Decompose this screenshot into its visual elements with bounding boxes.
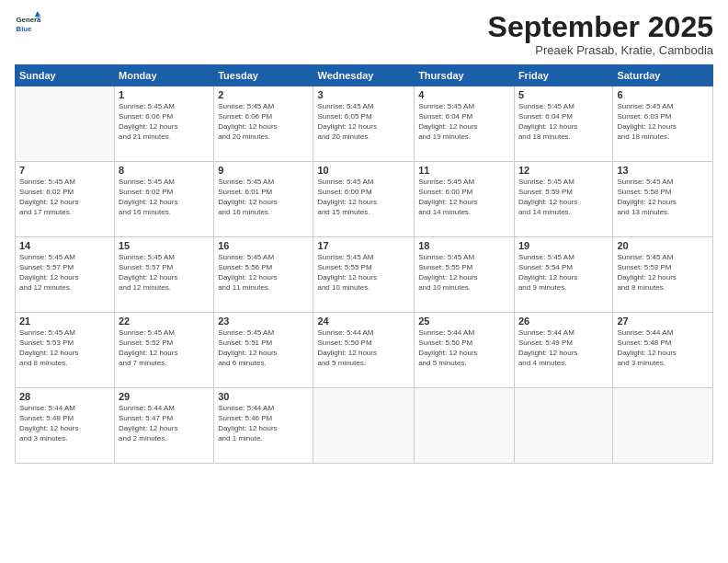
calendar-cell: 4Sunrise: 5:45 AM Sunset: 6:04 PM Daylig…: [415, 86, 515, 162]
calendar-cell: 5Sunrise: 5:45 AM Sunset: 6:04 PM Daylig…: [514, 86, 612, 162]
calendar-cell: [415, 388, 515, 464]
header-wednesday: Wednesday: [313, 65, 415, 86]
calendar-cell: 18Sunrise: 5:45 AM Sunset: 5:55 PM Dayli…: [415, 237, 515, 313]
calendar-cell: 10Sunrise: 5:45 AM Sunset: 6:00 PM Dayli…: [313, 162, 415, 237]
day-info: Sunrise: 5:45 AM Sunset: 6:02 PM Dayligh…: [119, 178, 210, 217]
day-number: 10: [317, 165, 410, 176]
calendar-cell: 20Sunrise: 5:45 AM Sunset: 5:53 PM Dayli…: [613, 237, 713, 313]
day-info: Sunrise: 5:44 AM Sunset: 5:48 PM Dayligh…: [19, 404, 110, 443]
day-number: 27: [617, 316, 709, 327]
calendar-cell: 19Sunrise: 5:45 AM Sunset: 5:54 PM Dayli…: [514, 237, 612, 313]
calendar-cell: 8Sunrise: 5:45 AM Sunset: 6:02 PM Daylig…: [115, 162, 214, 237]
day-number: 22: [119, 316, 210, 327]
svg-text:Blue: Blue: [17, 25, 33, 33]
day-number: 23: [218, 316, 309, 327]
day-info: Sunrise: 5:44 AM Sunset: 5:48 PM Dayligh…: [617, 328, 709, 368]
day-info: Sunrise: 5:45 AM Sunset: 6:04 PM Dayligh…: [518, 102, 609, 142]
day-info: Sunrise: 5:45 AM Sunset: 5:54 PM Dayligh…: [518, 253, 609, 293]
week-row-4: 21Sunrise: 5:45 AM Sunset: 5:53 PM Dayli…: [16, 313, 713, 388]
logo-icon: General Blue: [15, 11, 40, 37]
calendar-cell: 24Sunrise: 5:44 AM Sunset: 5:50 PM Dayli…: [313, 313, 415, 388]
day-number: 5: [518, 89, 609, 100]
day-number: 14: [19, 240, 110, 251]
header-saturday: Saturday: [613, 65, 713, 86]
calendar-cell: 29Sunrise: 5:44 AM Sunset: 5:47 PM Dayli…: [115, 388, 214, 464]
header-sunday: Sunday: [16, 65, 115, 86]
day-info: Sunrise: 5:45 AM Sunset: 5:53 PM Dayligh…: [617, 253, 709, 293]
day-info: Sunrise: 5:45 AM Sunset: 6:02 PM Dayligh…: [19, 178, 110, 217]
calendar-cell: 30Sunrise: 5:44 AM Sunset: 5:46 PM Dayli…: [214, 388, 313, 464]
calendar-cell: 13Sunrise: 5:45 AM Sunset: 5:58 PM Dayli…: [613, 162, 713, 237]
calendar-cell: 2Sunrise: 5:45 AM Sunset: 6:06 PM Daylig…: [214, 86, 313, 162]
day-info: Sunrise: 5:44 AM Sunset: 5:47 PM Dayligh…: [119, 404, 210, 443]
calendar-cell: 27Sunrise: 5:44 AM Sunset: 5:48 PM Dayli…: [613, 313, 713, 388]
day-info: Sunrise: 5:45 AM Sunset: 5:58 PM Dayligh…: [617, 178, 709, 217]
calendar-cell: 21Sunrise: 5:45 AM Sunset: 5:53 PM Dayli…: [16, 313, 115, 388]
logo: General Blue: [15, 11, 40, 37]
day-info: Sunrise: 5:45 AM Sunset: 5:56 PM Dayligh…: [218, 253, 309, 293]
month-title: September 2025: [488, 11, 713, 43]
header-friday: Friday: [514, 65, 612, 86]
day-number: 8: [119, 165, 210, 176]
calendar-cell: 12Sunrise: 5:45 AM Sunset: 5:59 PM Dayli…: [514, 162, 612, 237]
calendar-cell: [16, 86, 115, 162]
calendar-header: SundayMondayTuesdayWednesdayThursdayFrid…: [16, 65, 713, 86]
day-info: Sunrise: 5:44 AM Sunset: 5:50 PM Dayligh…: [317, 328, 410, 368]
calendar-cell: 11Sunrise: 5:45 AM Sunset: 6:00 PM Dayli…: [415, 162, 515, 237]
day-info: Sunrise: 5:45 AM Sunset: 6:03 PM Dayligh…: [617, 102, 709, 142]
day-info: Sunrise: 5:45 AM Sunset: 5:59 PM Dayligh…: [518, 178, 609, 217]
day-number: 28: [19, 391, 110, 402]
svg-text:General: General: [17, 16, 40, 24]
day-number: 25: [418, 316, 510, 327]
header-thursday: Thursday: [415, 65, 515, 86]
calendar-cell: [514, 388, 612, 464]
day-number: 7: [19, 165, 110, 176]
day-number: 24: [317, 316, 410, 327]
calendar-cell: 26Sunrise: 5:44 AM Sunset: 5:49 PM Dayli…: [514, 313, 612, 388]
calendar-cell: [313, 388, 415, 464]
day-number: 21: [19, 316, 110, 327]
week-row-5: 28Sunrise: 5:44 AM Sunset: 5:48 PM Dayli…: [16, 388, 713, 464]
calendar-cell: 1Sunrise: 5:45 AM Sunset: 6:06 PM Daylig…: [115, 86, 214, 162]
week-row-2: 7Sunrise: 5:45 AM Sunset: 6:02 PM Daylig…: [16, 162, 713, 237]
calendar-cell: 15Sunrise: 5:45 AM Sunset: 5:57 PM Dayli…: [115, 237, 214, 313]
day-number: 29: [119, 391, 210, 402]
week-row-1: 1Sunrise: 5:45 AM Sunset: 6:06 PM Daylig…: [16, 86, 713, 162]
calendar-cell: 16Sunrise: 5:45 AM Sunset: 5:56 PM Dayli…: [214, 237, 313, 313]
day-info: Sunrise: 5:45 AM Sunset: 5:52 PM Dayligh…: [119, 328, 210, 368]
day-info: Sunrise: 5:45 AM Sunset: 5:57 PM Dayligh…: [119, 253, 210, 293]
calendar-cell: 7Sunrise: 5:45 AM Sunset: 6:02 PM Daylig…: [16, 162, 115, 237]
header-tuesday: Tuesday: [214, 65, 313, 86]
day-info: Sunrise: 5:45 AM Sunset: 6:05 PM Dayligh…: [317, 102, 410, 142]
day-number: 13: [617, 165, 709, 176]
day-number: 30: [218, 391, 309, 402]
day-info: Sunrise: 5:45 AM Sunset: 6:06 PM Dayligh…: [119, 102, 210, 142]
day-number: 20: [617, 240, 709, 251]
calendar-cell: 6Sunrise: 5:45 AM Sunset: 6:03 PM Daylig…: [613, 86, 713, 162]
calendar: SundayMondayTuesdayWednesdayThursdayFrid…: [15, 64, 713, 464]
day-info: Sunrise: 5:45 AM Sunset: 6:04 PM Dayligh…: [418, 102, 510, 142]
day-info: Sunrise: 5:45 AM Sunset: 5:55 PM Dayligh…: [418, 253, 510, 293]
day-info: Sunrise: 5:45 AM Sunset: 6:01 PM Dayligh…: [218, 178, 309, 217]
calendar-cell: 25Sunrise: 5:44 AM Sunset: 5:50 PM Dayli…: [415, 313, 515, 388]
calendar-cell: [613, 388, 713, 464]
day-number: 16: [218, 240, 309, 251]
calendar-cell: 22Sunrise: 5:45 AM Sunset: 5:52 PM Dayli…: [115, 313, 214, 388]
calendar-cell: 17Sunrise: 5:45 AM Sunset: 5:55 PM Dayli…: [313, 237, 415, 313]
day-number: 6: [617, 89, 709, 100]
day-number: 12: [518, 165, 609, 176]
day-number: 18: [418, 240, 510, 251]
calendar-cell: 3Sunrise: 5:45 AM Sunset: 6:05 PM Daylig…: [313, 86, 415, 162]
week-row-3: 14Sunrise: 5:45 AM Sunset: 5:57 PM Dayli…: [16, 237, 713, 313]
day-info: Sunrise: 5:45 AM Sunset: 6:00 PM Dayligh…: [418, 178, 510, 217]
day-number: 9: [218, 165, 309, 176]
day-info: Sunrise: 5:45 AM Sunset: 6:00 PM Dayligh…: [317, 178, 410, 217]
day-info: Sunrise: 5:45 AM Sunset: 5:57 PM Dayligh…: [19, 253, 110, 293]
day-number: 2: [218, 89, 309, 100]
day-number: 15: [119, 240, 210, 251]
calendar-cell: 28Sunrise: 5:44 AM Sunset: 5:48 PM Dayli…: [16, 388, 115, 464]
day-number: 26: [518, 316, 609, 327]
day-number: 11: [418, 165, 510, 176]
calendar-cell: 14Sunrise: 5:45 AM Sunset: 5:57 PM Dayli…: [16, 237, 115, 313]
day-info: Sunrise: 5:44 AM Sunset: 5:50 PM Dayligh…: [418, 328, 510, 368]
